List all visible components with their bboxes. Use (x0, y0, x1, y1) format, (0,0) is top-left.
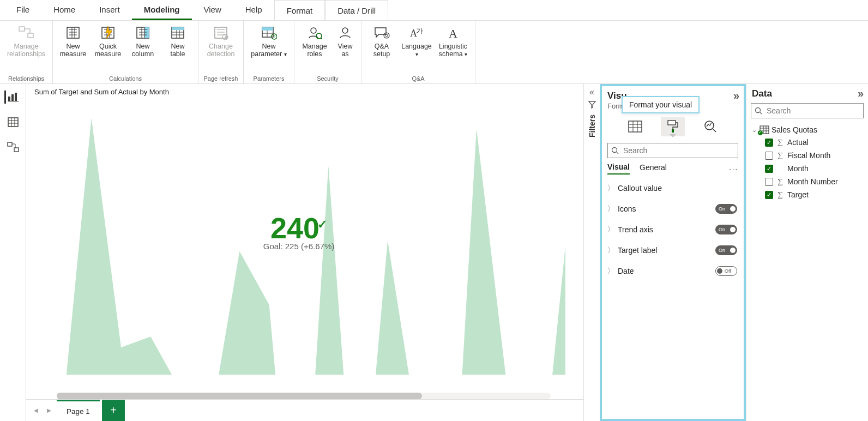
data-view-button[interactable] (5, 116, 21, 129)
tab-data-drill[interactable]: Data / Drill (325, 0, 388, 20)
format-tab-visual[interactable]: Visual (607, 163, 630, 175)
expand-filters-button[interactable]: « (589, 87, 594, 97)
tab-insert[interactable]: Insert (87, 0, 132, 20)
svg-text:A: A (449, 27, 457, 40)
view-as-button[interactable]: View as (333, 22, 358, 58)
manage-relationships-label: Manage relationships (7, 43, 45, 58)
format-tab-general[interactable]: General (640, 163, 667, 174)
visualizations-pane: Visu » Format your visual Format visual … (600, 84, 746, 421)
language-label: Language (401, 43, 432, 50)
fields-grid-icon (628, 120, 643, 133)
format-row-callout[interactable]: 〉Callout value (603, 178, 743, 199)
add-page-button[interactable]: + (102, 400, 125, 421)
tab-home[interactable]: Home (41, 0, 87, 20)
ribbon-group-security: Manage roles View as Security (294, 21, 361, 83)
quick-measure-button[interactable]: Quick measure (91, 22, 125, 58)
blank-icon (776, 164, 784, 173)
svg-point-32 (612, 148, 617, 153)
new-column-icon (134, 24, 152, 41)
manage-roles-button[interactable]: Manage roles (298, 22, 331, 58)
svg-rect-25 (8, 118, 18, 127)
canvas-horizontal-scrollbar[interactable] (57, 393, 551, 399)
toggle-icons[interactable]: On (715, 204, 737, 214)
linguistic-schema-icon: A (444, 24, 462, 41)
format-visual-button[interactable] (661, 117, 685, 136)
svg-point-18 (385, 34, 388, 37)
new-column-button[interactable]: New column (126, 22, 160, 58)
chevron-down-icon: ⌄ (751, 127, 757, 134)
scrollbar-thumb[interactable] (57, 393, 422, 399)
format-row-trend[interactable]: 〉Trend axis On (603, 219, 743, 240)
kpi-visual[interactable]: Sum of Target and Sum of Actual by Month… (32, 86, 566, 375)
new-table-button[interactable]: New table (161, 22, 195, 58)
quick-measure-icon (99, 24, 117, 41)
linguistic-schema-label: Linguistic schema (439, 43, 467, 58)
field-fiscal-month[interactable]: ∑ Fiscal Month (750, 149, 865, 162)
tab-format[interactable]: Format (274, 0, 326, 20)
toggle-target[interactable]: On (715, 245, 737, 255)
table-node-sales-quotas[interactable]: ⌄ Sales Quotas (750, 124, 865, 136)
collapse-data-pane-button[interactable]: » (858, 87, 864, 100)
ribbon-group-qa: Q&A setup A가 Language▾ A Linguistic sche… (361, 21, 475, 83)
svg-rect-1 (28, 33, 33, 38)
report-view-button[interactable] (4, 91, 20, 104)
pane-mode-switch (602, 113, 744, 142)
toggle-date[interactable]: Off (715, 266, 737, 276)
analytics-icon (703, 119, 718, 134)
svg-point-17 (384, 33, 389, 38)
data-search[interactable] (751, 103, 864, 118)
format-label-date: Date (618, 267, 634, 275)
checkbox-month-number[interactable] (765, 178, 773, 186)
data-search-input[interactable] (765, 106, 863, 116)
checkbox-actual[interactable]: ✓ (765, 139, 773, 147)
model-view-button[interactable] (5, 141, 21, 154)
page-next-button[interactable]: ► (44, 406, 55, 414)
svg-rect-22 (8, 97, 10, 101)
language-button[interactable]: A가 Language▾ (400, 22, 433, 58)
format-more-button[interactable]: ··· (729, 165, 738, 173)
chevron-right-icon: 〉 (607, 204, 614, 214)
field-month[interactable]: ✓ Month (750, 162, 865, 175)
new-measure-label: New measure (60, 43, 87, 58)
qa-setup-button[interactable]: Q&A setup (365, 22, 399, 58)
page-tab-1[interactable]: Page 1 (57, 400, 100, 421)
linguistic-schema-button[interactable]: A Linguistic schema ▾ (435, 22, 472, 58)
svg-point-33 (756, 108, 761, 113)
checkbox-target[interactable]: ✓ (765, 191, 773, 199)
ribbon-group-calculations: New measure Quick measure New column New… (53, 21, 198, 83)
analytics-button[interactable] (698, 117, 722, 136)
group-caption-relationships: Relationships (8, 74, 44, 83)
field-target[interactable]: ✓ ∑ Target (750, 188, 865, 201)
checkbox-month[interactable]: ✓ (765, 165, 773, 173)
field-label-month-number: Month Number (787, 177, 838, 186)
new-column-label: New column (132, 43, 154, 58)
format-row-date[interactable]: 〉Date Off (603, 261, 743, 281)
checkbox-fiscal-month[interactable] (765, 152, 773, 160)
new-table-label: New table (170, 43, 185, 58)
tab-file[interactable]: File (4, 0, 41, 20)
format-search-input[interactable] (622, 146, 734, 155)
svg-rect-27 (14, 148, 19, 152)
ribbon-group-page-refresh: Change detection Page refresh (198, 21, 244, 83)
report-canvas[interactable]: Sum of Target and Sum of Actual by Month… (26, 84, 583, 390)
field-label-actual: Actual (787, 138, 809, 147)
tab-modeling[interactable]: Modeling (132, 0, 192, 20)
field-month-number[interactable]: ∑ Month Number (750, 175, 865, 188)
new-table-icon (169, 24, 186, 41)
tab-help[interactable]: Help (233, 0, 274, 20)
paint-roller-icon (666, 119, 680, 134)
new-measure-button[interactable]: New measure (56, 22, 90, 58)
qa-setup-icon (373, 24, 390, 41)
svg-rect-24 (15, 93, 17, 101)
field-actual[interactable]: ✓ ∑ Actual (750, 136, 865, 149)
build-visual-button[interactable] (623, 117, 647, 136)
format-search[interactable] (607, 143, 738, 158)
toggle-trend[interactable]: On (715, 225, 737, 234)
chevron-right-icon: 〉 (607, 183, 614, 193)
format-row-icons[interactable]: 〉Icons On (603, 199, 743, 219)
tab-view[interactable]: View (192, 0, 233, 20)
new-parameter-button[interactable]: ? New parameter ▾ (247, 22, 291, 58)
format-row-target[interactable]: 〉Target label On (603, 240, 743, 261)
page-prev-button[interactable]: ◄ (31, 406, 41, 414)
collapse-visualizations-button[interactable]: » (733, 89, 739, 102)
